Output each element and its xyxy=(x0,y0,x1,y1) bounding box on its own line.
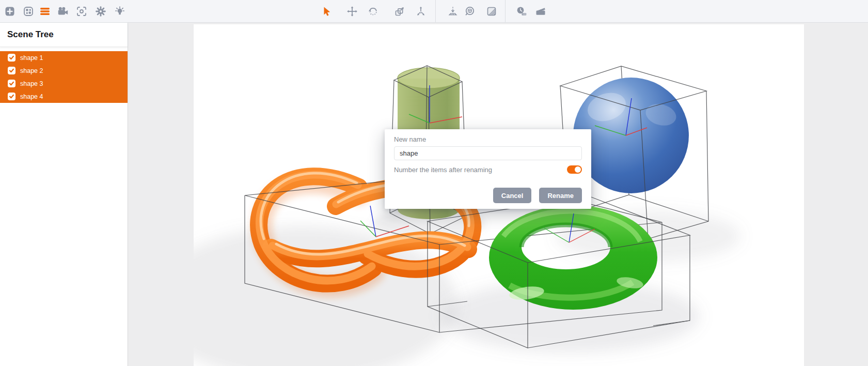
distribute-icon xyxy=(415,5,427,18)
move-icon xyxy=(346,5,358,18)
numbering-row: Number the items after renaming xyxy=(394,165,582,174)
toggle-knob xyxy=(575,166,581,173)
dialog-buttons: Cancel Rename xyxy=(493,188,582,203)
panels-button[interactable] xyxy=(21,4,36,19)
tree-item-label: shape 2 xyxy=(20,67,43,74)
drop-to-floor-icon xyxy=(447,5,459,18)
toolbar-separator xyxy=(435,0,436,22)
tree-item-shape-2[interactable]: shape 2 xyxy=(0,64,128,77)
camera-icon xyxy=(57,5,69,18)
panels-icon xyxy=(22,5,35,18)
rename-button[interactable]: Rename xyxy=(539,188,582,203)
toolbar xyxy=(0,0,868,23)
visibility-checkbox[interactable] xyxy=(8,93,15,100)
tree-item-label: shape 3 xyxy=(20,80,43,87)
rotate-icon xyxy=(367,5,379,18)
cursor-icon xyxy=(321,5,333,18)
tree-item-shape-3[interactable]: shape 3 xyxy=(0,77,128,90)
distribute-tool-button[interactable] xyxy=(413,4,429,19)
light-button[interactable] xyxy=(112,4,128,19)
check-icon xyxy=(9,55,14,60)
tree-item-shape-4[interactable]: shape 4 xyxy=(0,90,128,103)
history-clock-icon xyxy=(515,5,528,18)
history-button[interactable] xyxy=(514,4,529,19)
select-tool-button[interactable] xyxy=(319,4,335,19)
focus-icon xyxy=(75,5,88,18)
scene-tree-button[interactable] xyxy=(37,4,53,19)
rename-dialog: New name Number the items after renaming… xyxy=(385,129,591,209)
scale-tool-button[interactable] xyxy=(392,4,407,19)
visibility-checkbox[interactable] xyxy=(8,67,15,74)
numbering-toggle[interactable] xyxy=(567,165,582,174)
tree-item-label: shape 4 xyxy=(20,93,43,100)
panel-title: Scene Tree xyxy=(0,23,128,47)
check-icon xyxy=(9,68,14,73)
light-bulb-icon xyxy=(114,5,126,18)
add-icon xyxy=(4,5,16,18)
drop-to-floor-button[interactable] xyxy=(445,4,461,19)
fit-view-icon xyxy=(464,5,476,18)
clapperboard-icon xyxy=(534,5,547,18)
tree-item-shape-1[interactable]: shape 1 xyxy=(0,51,128,64)
settings-button[interactable] xyxy=(93,4,108,19)
scene-tree-icon xyxy=(39,5,51,18)
focus-button[interactable] xyxy=(74,4,89,19)
scale-icon xyxy=(393,5,406,18)
add-button[interactable] xyxy=(2,4,18,19)
animation-button[interactable] xyxy=(533,4,548,19)
new-name-input[interactable] xyxy=(394,146,582,160)
new-name-label: New name xyxy=(394,135,426,143)
application-window: Scene Tree shape 1 shape 2 shape 3 xyxy=(0,0,868,366)
scene-tree-panel: Scene Tree shape 1 shape 2 shape 3 xyxy=(0,23,128,366)
numbering-label: Number the items after renaming xyxy=(394,166,492,174)
move-tool-button[interactable] xyxy=(344,4,360,19)
material-icon xyxy=(485,5,498,18)
rotate-tool-button[interactable] xyxy=(365,4,381,19)
scene-tree-list: shape 1 shape 2 shape 3 shape 4 xyxy=(0,51,128,103)
gear-icon xyxy=(94,5,107,18)
material-button[interactable] xyxy=(484,4,499,19)
visibility-checkbox[interactable] xyxy=(8,54,15,62)
fit-view-button[interactable] xyxy=(462,4,478,19)
cancel-button[interactable]: Cancel xyxy=(493,188,532,203)
toolbar-separator xyxy=(505,0,506,22)
visibility-checkbox[interactable] xyxy=(8,80,15,87)
check-icon xyxy=(9,94,14,99)
tree-item-label: shape 1 xyxy=(20,54,43,62)
check-icon xyxy=(9,81,14,86)
camera-button[interactable] xyxy=(55,4,71,19)
